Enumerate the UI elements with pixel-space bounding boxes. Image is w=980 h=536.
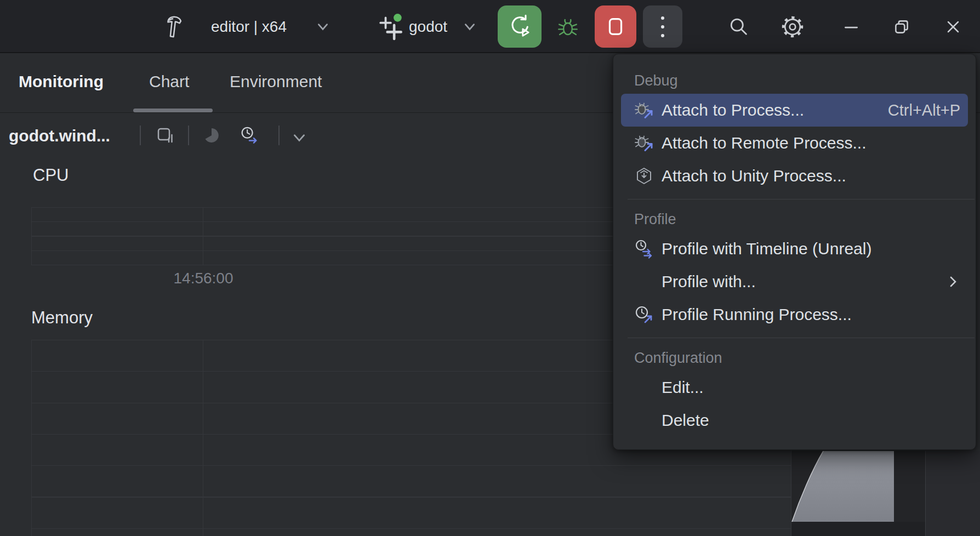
profile-timeline-icon	[634, 239, 654, 259]
settings-button[interactable]	[780, 14, 805, 39]
minimize-icon	[842, 18, 861, 36]
unity-process-icon	[634, 166, 654, 186]
more-actions-button[interactable]	[643, 5, 682, 48]
menu-item-label: Delete	[662, 411, 709, 430]
menu-item-label: Attach to Unity Process...	[662, 167, 846, 185]
toolbar-separator	[188, 126, 189, 145]
menu-item-label: Attach to Process...	[662, 101, 804, 119]
menu-item-attach-to-remote-process[interactable]: Attach to Remote Process...	[621, 127, 968, 159]
menu-item-label: Attach to Remote Process...	[662, 134, 867, 152]
hammer-icon	[162, 14, 187, 40]
menu-separator	[628, 338, 975, 338]
menu-item-label: Profile with...	[662, 272, 756, 291]
menu-item-label: Profile with Timeline (Unreal)	[662, 240, 871, 258]
toolbar-separator	[140, 126, 141, 145]
menu-item-attach-to-unity-process[interactable]: Attach to Unity Process...	[621, 159, 968, 192]
menu-item-label: Edit...	[662, 378, 704, 397]
attach-debugger-icon	[634, 100, 654, 120]
attach-debugger-icon	[634, 133, 654, 153]
debug-profile-menu: Debug Attach to Process... Ctrl+Alt+P	[613, 54, 976, 450]
copy-chart-icon[interactable]	[155, 126, 175, 145]
cpu-time-tick: 14:56:00	[159, 270, 247, 287]
debug-button[interactable]	[556, 14, 580, 39]
profile-timeline-icon[interactable]	[239, 126, 259, 145]
title-bar: editor | x64 godot	[0, 0, 980, 53]
menu-separator	[628, 199, 975, 199]
monitor-stand-graphic	[784, 451, 899, 522]
pie-chart-icon[interactable]	[201, 126, 221, 145]
build-button[interactable]	[161, 13, 187, 41]
search-icon	[727, 16, 749, 38]
project-label: godot	[409, 18, 447, 36]
chart-source-title: godot.wind...	[9, 127, 110, 145]
background-panel	[791, 522, 925, 536]
chevron-down-icon[interactable]	[316, 21, 330, 33]
gear-icon	[780, 15, 805, 39]
close-icon	[944, 18, 962, 36]
background-panel	[925, 451, 980, 536]
active-tab-indicator	[133, 109, 213, 112]
submenu-chevron-right-icon	[946, 274, 960, 289]
search-button[interactable]	[727, 15, 750, 38]
menu-item-delete[interactable]: Delete	[621, 404, 968, 437]
run-config-selector[interactable]: editor | x64	[211, 16, 287, 37]
run-config-icon	[378, 13, 406, 41]
menu-item-profile-running-process[interactable]: Profile Running Process...	[621, 298, 968, 331]
rerun-button[interactable]	[498, 5, 542, 48]
run-config-label: editor | x64	[211, 18, 287, 36]
close-button[interactable]	[943, 15, 964, 38]
stop-button[interactable]	[595, 5, 636, 48]
toolbar-separator	[278, 126, 280, 145]
tool-window-title: Monitoring	[19, 72, 104, 91]
menu-section-header-profile: Profile	[613, 206, 976, 232]
memory-chart-label: Memory	[31, 308, 93, 328]
menu-item-profile-with-timeline[interactable]: Profile with Timeline (Unreal)	[621, 232, 968, 265]
menu-item-profile-with[interactable]: Profile with...	[621, 265, 968, 298]
stop-icon	[603, 13, 628, 41]
tab-chart[interactable]: Chart	[149, 72, 189, 91]
menu-section-header-debug: Debug	[613, 67, 976, 94]
project-selector[interactable]: godot	[409, 16, 447, 37]
menu-section-header-configuration: Configuration	[613, 345, 976, 371]
chevron-down-icon[interactable]	[289, 128, 309, 147]
ide-window: editor | x64 godot	[0, 0, 980, 536]
chevron-down-icon[interactable]	[463, 21, 477, 33]
restore-button[interactable]	[891, 15, 912, 38]
menu-item-attach-to-process[interactable]: Attach to Process... Ctrl+Alt+P	[621, 94, 968, 127]
rerun-icon	[507, 14, 532, 39]
menu-item-label: Profile Running Process...	[662, 305, 852, 324]
restore-icon	[892, 18, 911, 36]
profile-running-icon	[634, 305, 654, 324]
cpu-chart-label: CPU	[33, 166, 69, 185]
kebab-menu-icon	[661, 16, 664, 20]
debug-bug-icon	[556, 14, 579, 39]
menu-item-edit[interactable]: Edit...	[621, 371, 968, 404]
menu-item-shortcut: Ctrl+Alt+P	[888, 101, 960, 119]
minimize-button[interactable]	[841, 15, 862, 38]
tab-environment[interactable]: Environment	[230, 72, 322, 91]
